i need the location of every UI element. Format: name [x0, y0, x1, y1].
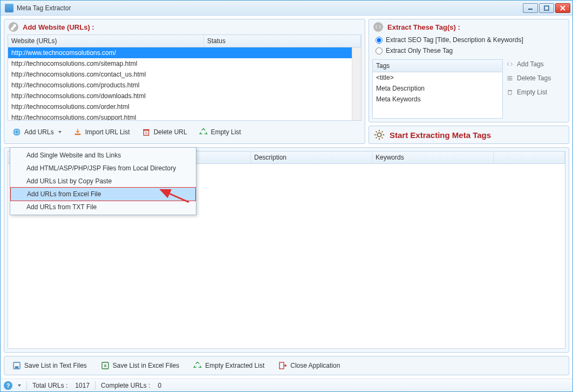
add-tags-button[interactable]: Add Tags	[506, 60, 565, 68]
menu-item[interactable]: Add URLs from Excel File	[10, 187, 196, 201]
table-row[interactable]: http://technocomsolutions.com/downloads.…	[8, 91, 361, 101]
menu-item[interactable]: Add HTML/ASP/PHP/JSP Files from Local Di…	[10, 162, 196, 175]
table-row[interactable]: http://technocomsolutions.com/order.html	[8, 101, 361, 112]
save-text-label: Save List in Text Files	[24, 362, 87, 369]
save-text-icon	[12, 361, 21, 370]
app-window: Meta Tag Extractor Add Website (URLs) : …	[0, 0, 573, 392]
radio-only-input[interactable]	[376, 47, 383, 54]
add-icon	[506, 60, 514, 68]
url-cell: http://technocomsolutions.com/products.h…	[8, 81, 204, 90]
total-urls-label: Total URLs :	[32, 382, 67, 389]
status-cell	[204, 81, 361, 90]
svg-point-15	[377, 133, 381, 136]
menu-item[interactable]: Add URLs List by Copy Paste	[10, 175, 196, 188]
tags-icon	[373, 22, 383, 32]
radio-only-these[interactable]: Extract Only These Tag	[369, 45, 569, 56]
app-icon	[5, 4, 13, 12]
url-cell: http://technocomsolutions.com/contact_us…	[8, 70, 204, 79]
radio-seo-input[interactable]	[376, 37, 383, 44]
close-app-label: Close Application	[290, 362, 340, 369]
col-status[interactable]: Status	[204, 35, 361, 47]
delete-tags-label: Delete Tags	[517, 74, 551, 82]
delete-url-label: Delete URL	[154, 128, 187, 136]
table-row[interactable]: http://technocomsolutions.com/support.ht…	[8, 112, 361, 120]
url-grid: Website (URLs) Status http://www.technoc…	[8, 35, 361, 121]
close-app-button[interactable]: Close Application	[274, 359, 345, 373]
tags-area: Tags <title>Meta DescriptionMeta Keyword…	[372, 59, 565, 119]
col-keywords[interactable]: Keywords	[372, 152, 494, 163]
import-icon	[73, 128, 82, 136]
extract-tags-header: Extract These Tag(s) :	[369, 19, 569, 35]
url-grid-scrollbar[interactable]	[352, 47, 361, 120]
add-urls-menu: Add Single Website and Its LinksAdd HTML…	[10, 147, 196, 215]
maximize-button[interactable]	[539, 3, 554, 13]
help-icon[interactable]: ?	[4, 381, 12, 390]
add-website-panel: Add Website (URLs) : Website (URLs) Stat…	[4, 19, 365, 144]
svg-rect-7	[74, 134, 80, 135]
empty-extracted-button[interactable]: Empty Extracted List	[188, 359, 269, 373]
start-extracting-label: Start Extracting Meta Tags	[390, 130, 491, 140]
url-cell: http://technocomsolutions.com/support.ht…	[8, 113, 204, 120]
total-urls-value: 1017	[75, 382, 90, 389]
empty-list-button[interactable]: Empty List	[194, 125, 246, 139]
table-row[interactable]: http://technocomsolutions.com/contact_us…	[8, 69, 361, 80]
tag-item[interactable]: <title>	[373, 72, 502, 83]
start-extracting-button[interactable]: Start Extracting Meta Tags	[369, 126, 569, 144]
table-row[interactable]: http://technocomsolutions.com/sitemap.ht…	[8, 58, 361, 69]
complete-urls-label: Complete URLs :	[101, 382, 150, 389]
minimize-button[interactable]	[523, 3, 538, 13]
col-description[interactable]: Description	[251, 152, 372, 163]
add-website-header: Add Website (URLs) :	[4, 19, 365, 35]
window-title: Meta Tag Extractor	[17, 4, 523, 12]
svg-rect-12	[508, 77, 513, 78]
menu-item[interactable]: Add URLs from TXT File	[10, 201, 196, 214]
tags-list: <title>Meta DescriptionMeta Keywords	[373, 72, 502, 105]
save-excel-icon: X	[101, 361, 110, 370]
statusbar: ? Total URLs : 1017 Complete URLs : 0	[1, 379, 572, 391]
import-url-list-button[interactable]: Import URL List	[69, 125, 135, 139]
tags-grid-header: Tags	[373, 60, 502, 72]
tag-item[interactable]: Meta Description	[373, 83, 502, 94]
table-row[interactable]: http://technocomsolutions.com/products.h…	[8, 80, 361, 91]
tag-item[interactable]: Meta Keywords	[373, 94, 502, 105]
delete-tags-icon	[506, 74, 514, 82]
url-toolbar: Add URLs Import URL List Delete URL	[8, 124, 361, 140]
recycle-icon	[199, 128, 208, 136]
divider	[26, 381, 27, 390]
extract-tags-title: Extract These Tag(s) :	[387, 23, 460, 31]
complete-urls-value: 0	[158, 382, 161, 389]
delete-tags-button[interactable]: Delete Tags	[506, 74, 565, 82]
right-stack: Extract These Tag(s) : Extract SEO Tag […	[369, 19, 569, 144]
svg-point-4	[13, 128, 20, 135]
col-website[interactable]: Website (URLs)	[8, 35, 204, 47]
chevron-down-icon[interactable]	[18, 384, 21, 387]
add-urls-button[interactable]: Add URLs	[8, 125, 66, 139]
save-excel-button[interactable]: X Save List in Excel Files	[96, 359, 184, 373]
table-row[interactable]: http://www.technocomsolutions.com/	[8, 47, 361, 58]
svg-rect-1	[544, 6, 549, 10]
import-url-list-label: Import URL List	[85, 128, 130, 136]
empty-tags-button[interactable]: Empty List	[506, 88, 565, 96]
url-cell: http://technocomsolutions.com/downloads.…	[8, 92, 204, 100]
link-icon	[9, 22, 18, 32]
add-urls-label: Add URLs	[24, 128, 54, 136]
radio-seo-tag[interactable]: Extract SEO Tag [Title, Description & Ke…	[369, 35, 569, 45]
save-text-button[interactable]: Save List in Text Files	[8, 359, 92, 373]
url-grid-body[interactable]: http://www.technocomsolutions.com/http:/…	[8, 47, 361, 120]
tags-grid[interactable]: Tags <title>Meta DescriptionMeta Keyword…	[372, 59, 503, 119]
svg-rect-13	[508, 78, 513, 79]
svg-text:X: X	[104, 363, 107, 368]
delete-url-button[interactable]: Delete URL	[137, 125, 192, 139]
status-cell	[204, 102, 361, 111]
svg-rect-14	[508, 80, 513, 81]
gear-icon	[373, 129, 385, 141]
tags-buttons: Add Tags Delete Tags Empty List	[506, 59, 565, 119]
add-tags-label: Add Tags	[517, 60, 544, 68]
close-button[interactable]	[555, 3, 570, 13]
status-cell	[204, 113, 361, 120]
window-controls	[523, 3, 570, 13]
menu-item[interactable]: Add Single Website and Its Links	[10, 149, 196, 162]
globe-icon	[12, 128, 21, 136]
status-cell	[204, 59, 361, 68]
status-cell	[204, 49, 361, 57]
